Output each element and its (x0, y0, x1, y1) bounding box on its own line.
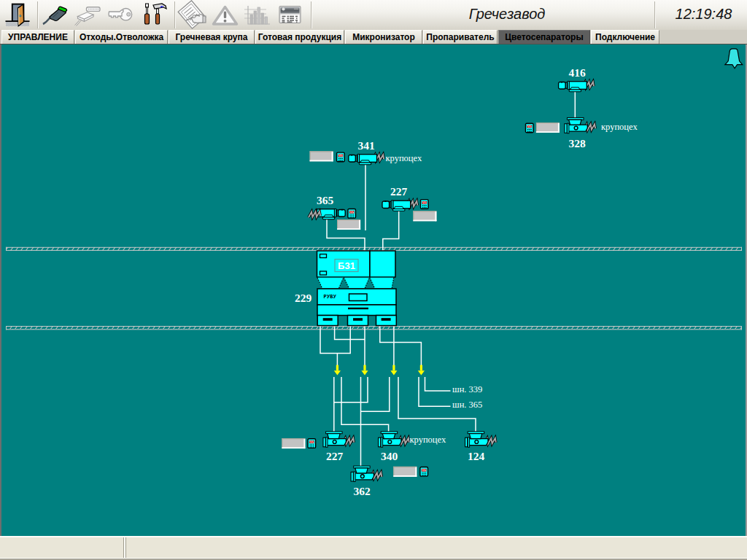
svg-text:341: 341 (357, 139, 374, 152)
svg-text:362: 362 (353, 485, 371, 497)
svg-text:340: 340 (381, 450, 398, 462)
svg-text:227: 227 (390, 185, 408, 198)
svg-text:Б31: Б31 (338, 260, 355, 271)
svg-text:365: 365 (317, 194, 334, 206)
svg-text:крупоцех: крупоцех (386, 153, 422, 163)
svg-text:крупоцех: крупоцех (601, 122, 638, 132)
svg-text:шн. 339: шн. 339 (452, 384, 482, 394)
svg-text:328: 328 (568, 137, 586, 149)
svg-text:РУВУ: РУВУ (324, 294, 337, 300)
svg-text:крупоцех: крупоцех (410, 435, 446, 445)
svg-text:124: 124 (468, 450, 485, 462)
svg-text:229: 229 (295, 292, 312, 304)
svg-text:227: 227 (326, 450, 344, 462)
svg-text:шн. 365: шн. 365 (452, 400, 482, 410)
svg-text:416: 416 (568, 66, 586, 79)
